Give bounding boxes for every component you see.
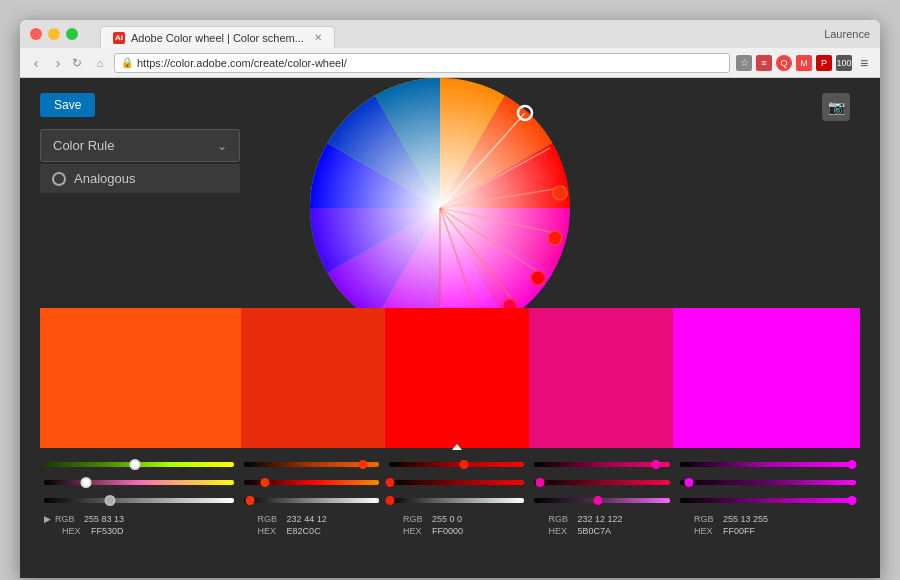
extension-icon[interactable]: 100 — [836, 55, 852, 71]
dropdown-arrow-icon: ⌄ — [217, 139, 227, 153]
slider-row-c4-3[interactable] — [534, 492, 669, 508]
slider-row-c5-1[interactable] — [680, 456, 856, 472]
slider-dot-c2-2 — [261, 478, 270, 487]
tab-close[interactable]: ✕ — [314, 32, 322, 43]
browser-username: Laurence — [824, 28, 870, 40]
radio-button — [52, 172, 66, 186]
slider-row-1[interactable] — [44, 456, 234, 472]
color-rule-dropdown[interactable]: Color Rule ⌄ — [40, 129, 240, 162]
slider-row-c3-3[interactable] — [389, 492, 524, 508]
hex-label-2: HEX — [403, 526, 428, 536]
color-info-3: RGB 232 12 122 HEX 5B0C7A — [534, 514, 669, 536]
url-text: https://color.adobe.com/create/color-whe… — [137, 57, 347, 69]
browser-window: Ai Adobe Color wheel | Color schem... ✕ … — [20, 20, 880, 578]
slider-dot-c3-1 — [459, 460, 468, 469]
hex-value-3: 5B0C7A — [577, 526, 611, 536]
rgb-label-3: RGB — [548, 514, 573, 524]
swatch-3[interactable] — [529, 308, 673, 448]
layers-icon[interactable]: ≡ — [756, 55, 772, 71]
address-bar[interactable]: 🔒 https://color.adobe.com/create/color-w… — [114, 53, 730, 73]
svg-point-13 — [531, 271, 545, 285]
active-tab[interactable]: Ai Adobe Color wheel | Color schem... ✕ — [100, 26, 335, 48]
rgb-values-0: 255 83 13 — [84, 514, 124, 524]
slider-dot-c3-3 — [386, 496, 395, 505]
maximize-button[interactable] — [66, 28, 78, 40]
analogous-label: Analogous — [74, 171, 135, 186]
back-button[interactable]: ‹ — [28, 55, 44, 71]
slider-row-3[interactable] — [44, 492, 234, 508]
expand-arrow[interactable]: ▶ — [44, 514, 51, 524]
menu-icon[interactable]: ≡ — [856, 55, 872, 71]
slider-dot-c3-2 — [386, 478, 395, 487]
color-swatches — [40, 308, 860, 448]
swatch-1[interactable] — [241, 308, 385, 448]
slider-dot-c5-2 — [684, 478, 693, 487]
camera-button[interactable]: 📷 — [822, 93, 850, 121]
hex-value-1: E82C0C — [287, 526, 321, 536]
left-panel: Save Color Rule ⌄ Analogous — [40, 93, 240, 193]
close-button[interactable] — [30, 28, 42, 40]
pinterest-icon[interactable]: P — [816, 55, 832, 71]
color-column-4: RGB 255 13 255 HEX FF00FF — [676, 450, 860, 578]
hex-value-4: FF00FF — [723, 526, 755, 536]
slider-row-2[interactable] — [44, 474, 234, 490]
camera-icon: 📷 — [828, 99, 845, 115]
forward-button[interactable]: › — [50, 55, 66, 71]
tab-title: Adobe Color wheel | Color schem... — [131, 32, 304, 44]
browser-tabs: Ai Adobe Color wheel | Color schem... ✕ — [100, 20, 335, 48]
slider-dot-c2-3 — [246, 496, 255, 505]
toolbar-icons: ☆ ≡ Q M P 100 ≡ — [736, 55, 872, 71]
star-icon[interactable]: ☆ — [736, 55, 752, 71]
rgb-values-2: 255 0 0 — [432, 514, 462, 524]
slider-dot-c4-2 — [535, 478, 544, 487]
rgb-label-2: RGB — [403, 514, 428, 524]
slider-row-c5-3[interactable] — [680, 492, 856, 508]
swatch-2[interactable] — [385, 308, 529, 448]
hex-value-0: FF530D — [91, 526, 124, 536]
color-column-3: RGB 232 12 122 HEX 5B0C7A — [530, 450, 673, 578]
rgb-values-4: 255 13 255 — [723, 514, 768, 524]
slider-row-c2-1[interactable] — [244, 456, 379, 472]
color-column-2: RGB 255 0 0 HEX FF0000 — [385, 450, 528, 578]
slider-row-c3-1[interactable] — [389, 456, 524, 472]
slider-row-c2-2[interactable] — [244, 474, 379, 490]
analogous-option[interactable]: Analogous — [40, 164, 240, 193]
home-button[interactable]: ⌂ — [92, 55, 108, 71]
rgb-values-3: 232 12 122 — [577, 514, 622, 524]
slider-row-c4-2[interactable] — [534, 474, 669, 490]
sliders-area: ▶ RGB 255 83 13 HEX FF530D — [40, 450, 860, 578]
hex-value-2: FF0000 — [432, 526, 463, 536]
slider-dot-c5-3 — [848, 496, 857, 505]
swatch-4[interactable] — [673, 308, 860, 448]
profile-icon[interactable]: Q — [776, 55, 792, 71]
slider-row-c5-2[interactable] — [680, 474, 856, 490]
slider-thumb-1 — [130, 459, 141, 470]
slider-thumb-3 — [105, 495, 116, 506]
hex-label-1: HEX — [258, 526, 283, 536]
save-button[interactable]: Save — [40, 93, 95, 117]
swatch-0[interactable] — [40, 308, 241, 448]
slider-dot-c4-1 — [652, 460, 661, 469]
gmail-icon[interactable]: M — [796, 55, 812, 71]
rgb-label-0: RGB — [55, 514, 80, 524]
minimize-button[interactable] — [48, 28, 60, 40]
svg-point-12 — [548, 231, 562, 245]
tab-favicon: Ai — [113, 32, 125, 44]
slider-thumb-2 — [80, 477, 91, 488]
color-info-0: ▶ RGB 255 83 13 HEX FF530D — [44, 514, 234, 536]
color-column-0: ▶ RGB 255 83 13 HEX FF530D — [40, 450, 238, 578]
color-info-2: RGB 255 0 0 HEX FF0000 — [389, 514, 524, 536]
hex-label-3: HEX — [548, 526, 573, 536]
color-info-4: RGB 255 13 255 HEX FF00FF — [680, 514, 856, 536]
slider-row-c4-1[interactable] — [534, 456, 669, 472]
rgb-values-1: 232 44 12 — [287, 514, 327, 524]
slider-dot-c5-1 — [848, 460, 857, 469]
slider-row-c2-3[interactable] — [244, 492, 379, 508]
slider-dot-c2-1 — [358, 460, 367, 469]
refresh-button[interactable]: ↻ — [72, 56, 86, 70]
rgb-label-1: RGB — [258, 514, 283, 524]
svg-point-11 — [553, 186, 567, 200]
slider-row-c3-2[interactable] — [389, 474, 524, 490]
color-column-1: RGB 232 44 12 HEX E82C0C — [240, 450, 383, 578]
browser-toolbar: ‹ › ↻ ⌂ 🔒 https://color.adobe.com/create… — [20, 48, 880, 78]
